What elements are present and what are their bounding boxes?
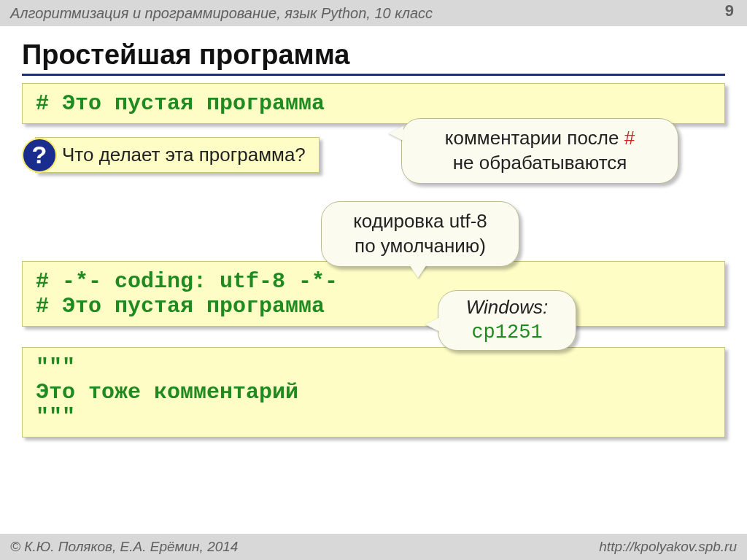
code-box-2: # -*- coding: utf-8 -*- # Это пустая про… [22, 261, 725, 327]
code-line: # Это пустая программа [36, 91, 711, 116]
code-box-3: """ Это тоже комментарий """ [22, 347, 725, 438]
callout-line: кодировка utf-8 [338, 209, 503, 234]
code-line: """ [36, 355, 711, 380]
callout-line: комментарии после # [418, 126, 662, 151]
question-box: Что делает эта программа? [35, 137, 320, 173]
code-line: # -*- coding: utf-8 -*- [36, 269, 711, 294]
callout-line: по умолчанию) [338, 234, 503, 259]
callout-comments: комментарии после # не обрабатываются [401, 118, 678, 184]
callout-line: не обрабатываются [418, 151, 662, 176]
callout-utf8: кодировка utf-8 по умолчанию) [321, 201, 519, 267]
callout-tail-icon [425, 317, 440, 332]
footer-bar: © К.Ю. Поляков, Е.А. Ерёмин, 2014 http:/… [0, 534, 747, 560]
slide: Алгоритмизация и программирование, язык … [0, 0, 747, 560]
slide-title: Простейшая программа [22, 39, 725, 76]
header-subject: Алгоритмизация и программирование, язык … [10, 5, 433, 22]
callout-tail-icon [409, 265, 427, 278]
code-line: Это тоже комментарий [36, 380, 711, 405]
footer-authors: © К.Ю. Поляков, Е.А. Ерёмин, 2014 [10, 539, 238, 555]
page-number: 9 [725, 1, 734, 20]
callout-text: комментарии после [445, 127, 624, 149]
callout-tail-icon [389, 126, 403, 141]
question-mark-icon: ? [22, 138, 57, 173]
header-bar: Алгоритмизация и программирование, язык … [0, 0, 747, 26]
callout-windows-value: cp1251 [452, 320, 562, 346]
hash-symbol: # [624, 127, 635, 149]
question-block: ? Что делает эта программа? [22, 137, 320, 173]
callout-windows-label: Windows: [452, 295, 562, 320]
code-line: # Это пустая программа [36, 294, 711, 319]
footer-url: http://kpolyakov.spb.ru [599, 539, 737, 555]
code-line: """ [36, 405, 711, 429]
callout-windows: Windows: cp1251 [438, 290, 576, 351]
